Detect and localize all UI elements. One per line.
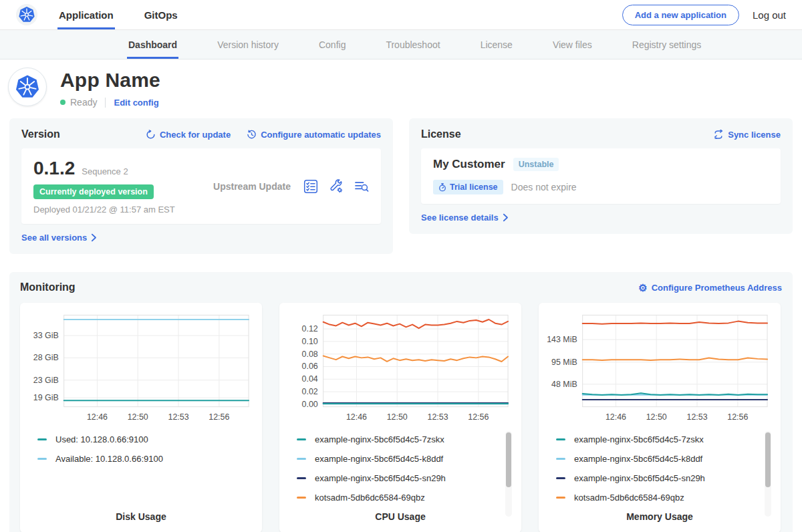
preflight-checklist-icon[interactable] xyxy=(303,179,318,194)
legend-dash-icon xyxy=(556,497,565,499)
cpu-usage-legend: example-nginx-5bc6f5d4c5-7zskxexample-ng… xyxy=(287,430,513,507)
svg-text:19 GiB: 19 GiB xyxy=(33,393,59,402)
add-application-button[interactable]: Add a new application xyxy=(622,5,739,25)
tab-troubleshoot[interactable]: Troubleshoot xyxy=(384,30,441,59)
logout-button[interactable]: Log out xyxy=(753,9,786,21)
view-logs-magnifier-icon[interactable] xyxy=(354,179,369,194)
svg-text:23 GiB: 23 GiB xyxy=(33,376,59,385)
legend-label: Available: 10.128.0.66:9100 xyxy=(55,454,163,464)
svg-text:0.10: 0.10 xyxy=(302,337,318,346)
svg-text:12:46: 12:46 xyxy=(87,412,108,422)
chart-line-example-nginx-5bc6f5d4c5-7zskx xyxy=(583,393,767,395)
svg-text:12:53: 12:53 xyxy=(687,412,708,422)
version-card: Version Check for update Configure autom… xyxy=(9,118,393,254)
legend-item: example-nginx-5bc6f5d4c5-sn29h xyxy=(297,469,496,488)
check-for-update-link[interactable]: Check for update xyxy=(146,130,231,140)
ready-status-dot xyxy=(60,100,65,105)
svg-text:0.06: 0.06 xyxy=(302,362,318,371)
legend-label: example-nginx-5bc6f5d4c5-sn29h xyxy=(574,473,705,483)
swap-arrows-icon xyxy=(713,130,724,140)
chart-title: Memory Usage xyxy=(547,507,773,526)
legend-scrollbar-thumb[interactable] xyxy=(506,432,511,487)
configure-prometheus-link[interactable]: ⚙ Configure Prometheus Address xyxy=(638,283,782,293)
disk-usage-chart-card: 19 GiB23 GiB28 GiB33 GiB12:4612:5012:531… xyxy=(20,303,262,532)
current-version-row: 0.1.2 Sequence 2 Currently deployed vers… xyxy=(21,148,381,224)
legend-item: Available: 10.128.0.66:9100 xyxy=(37,449,237,469)
svg-text:0.00: 0.00 xyxy=(302,400,318,409)
see-all-versions-link[interactable]: See all versions xyxy=(21,233,97,243)
legend-scrollbar[interactable] xyxy=(765,431,771,517)
license-card: License Sync license My Customer Unstabl… xyxy=(409,118,793,234)
tab-registry-settings[interactable]: Registry settings xyxy=(631,30,702,59)
trial-license-badge: Trial license xyxy=(433,180,503,194)
legend-label: kotsadm-5db6dc6584-69qbz xyxy=(315,493,425,503)
wrench-gear-icon[interactable] xyxy=(329,179,344,194)
license-card-title: License xyxy=(421,128,461,140)
nav-tab-gitops[interactable]: GitOps xyxy=(143,0,179,29)
legend-dash-icon xyxy=(37,438,47,440)
svg-text:0.04: 0.04 xyxy=(302,374,318,384)
version-source: Upstream Update xyxy=(213,181,291,192)
legend-dash-icon xyxy=(556,438,565,440)
edit-config-link[interactable]: Edit config xyxy=(114,98,158,108)
license-expiry: Does not expire xyxy=(511,182,577,192)
version-sequence: Sequence 2 xyxy=(82,166,128,176)
stopwatch-icon xyxy=(438,183,446,192)
monitoring-section: Monitoring ⚙ Configure Prometheus Addres… xyxy=(9,272,793,532)
legend-item: example-nginx-5bc6f5d4c5-7zskx xyxy=(297,430,496,449)
svg-text:12:50: 12:50 xyxy=(387,412,408,422)
tab-config[interactable]: Config xyxy=(317,30,347,59)
tab-view-files[interactable]: View files xyxy=(551,30,593,59)
svg-text:28 GiB: 28 GiB xyxy=(33,353,59,362)
tab-dashboard[interactable]: Dashboard xyxy=(127,30,178,59)
top-nav: Application GitOps Add a new application… xyxy=(0,0,802,30)
legend-dash-icon xyxy=(297,438,306,440)
svg-text:12:56: 12:56 xyxy=(727,412,748,422)
legend-label: example-nginx-5bc6f5d4c5-7zskx xyxy=(574,434,704,444)
chart-title: CPU Usage xyxy=(287,507,513,526)
legend-dash-icon xyxy=(297,477,306,479)
version-number: 0.1.2 xyxy=(33,158,75,179)
app-header: App Name Ready Edit config xyxy=(0,59,802,118)
legend-item: kotsadm-5db6dc6584-69qbz xyxy=(556,488,755,507)
svg-text:12:56: 12:56 xyxy=(209,412,229,422)
svg-text:12:46: 12:46 xyxy=(606,412,626,422)
legend-label: Used: 10.128.0.66:9100 xyxy=(55,434,148,444)
license-summary-row: My Customer Unstable Trial license Does … xyxy=(421,148,781,204)
app-sub-nav: Dashboard Version history Config Trouble… xyxy=(0,30,802,59)
tab-license[interactable]: License xyxy=(479,30,514,59)
svg-text:143 MiB: 143 MiB xyxy=(547,335,577,344)
gear-icon: ⚙ xyxy=(638,283,647,293)
configure-automatic-updates-link[interactable]: Configure automatic updates xyxy=(247,130,381,140)
sync-license-link[interactable]: Sync license xyxy=(713,130,781,140)
svg-text:48 MiB: 48 MiB xyxy=(551,380,577,389)
memory-usage-chart: 48 MiB95 MiB143 MiB12:4612:5012:5312:56 xyxy=(547,309,773,424)
chart-line-unlabeled-top-series xyxy=(323,319,508,328)
disk-usage-legend: Used: 10.128.0.66:9100Available: 10.128.… xyxy=(28,430,254,469)
legend-label: example-nginx-5bc6f5d4c5-sn29h xyxy=(315,473,446,483)
clock-arrow-icon xyxy=(247,130,257,140)
svg-text:12:46: 12:46 xyxy=(346,412,367,422)
legend-scrollbar-thumb[interactable] xyxy=(765,432,771,487)
svg-text:0.12: 0.12 xyxy=(302,324,318,334)
legend-label: example-nginx-5bc6f5d4c5-7zskx xyxy=(315,434,444,444)
legend-label: kotsadm-5db6dc6584-69qbz xyxy=(574,493,684,503)
legend-dash-icon xyxy=(297,458,306,460)
nav-tab-application[interactable]: Application xyxy=(57,0,115,29)
kubernetes-logo xyxy=(16,4,37,25)
channel-badge: Unstable xyxy=(513,158,559,171)
svg-text:12:53: 12:53 xyxy=(428,412,448,422)
svg-text:33 GiB: 33 GiB xyxy=(33,331,59,340)
legend-label: example-nginx-5bc6f5d4c5-k8ddf xyxy=(315,454,443,464)
legend-dash-icon xyxy=(37,458,47,460)
legend-item: example-nginx-5bc6f5d4c5-k8ddf xyxy=(556,449,755,469)
chart-line-unlabeled-top-series xyxy=(583,321,767,324)
memory-usage-chart-card: 48 MiB95 MiB143 MiB12:4612:5012:5312:56 … xyxy=(539,303,781,532)
see-license-details-link[interactable]: See license details xyxy=(421,213,509,223)
memory-usage-legend: example-nginx-5bc6f5d4c5-7zskxexample-ng… xyxy=(547,430,773,507)
version-card-title: Version xyxy=(21,128,60,140)
tab-version-history[interactable]: Version history xyxy=(216,30,280,59)
page-title: App Name xyxy=(60,69,160,92)
legend-scrollbar[interactable] xyxy=(505,431,512,517)
chevron-right-icon xyxy=(91,233,97,242)
